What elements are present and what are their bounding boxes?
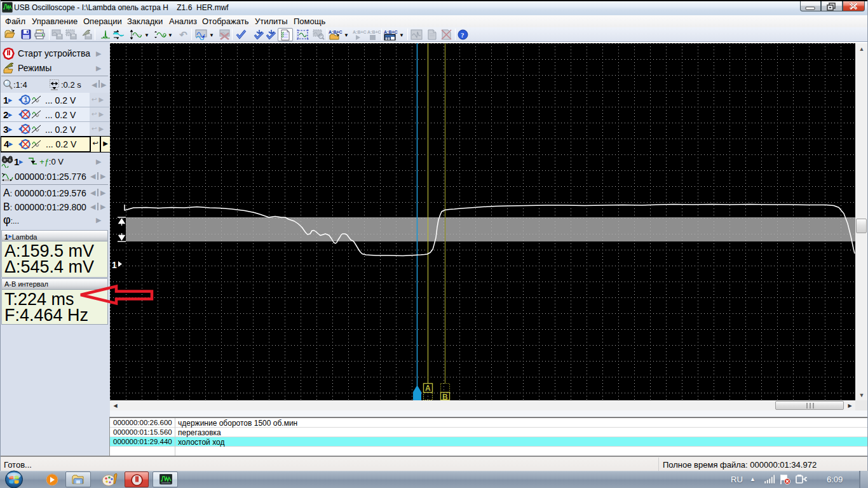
svg-text:A: A: [425, 384, 431, 393]
svg-text:?: ?: [461, 31, 465, 39]
svg-text:1: 1: [24, 96, 28, 104]
svg-text:1: 1: [112, 260, 117, 270]
svg-text:A:B+C: A:B+C: [384, 30, 398, 34]
svg-text:B: B: [442, 393, 448, 401]
svg-text:A:B+C: A:B+C: [329, 30, 342, 34]
svg-text:A:B+C: A:B+C: [367, 30, 381, 34]
svg-text:A:B+C: A:B+C: [353, 30, 367, 34]
